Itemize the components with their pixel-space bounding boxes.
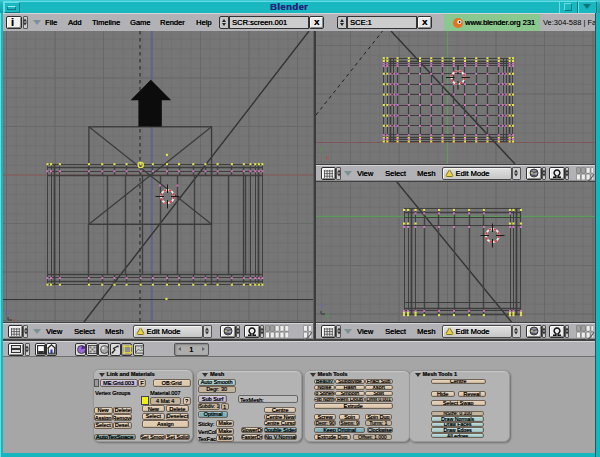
svg-text:z: z xyxy=(320,302,324,309)
svg-text:z: z xyxy=(7,308,11,315)
svg-text:x: x xyxy=(326,154,330,161)
svg-text:y: y xyxy=(320,145,324,153)
svg-text:y: y xyxy=(326,311,330,319)
